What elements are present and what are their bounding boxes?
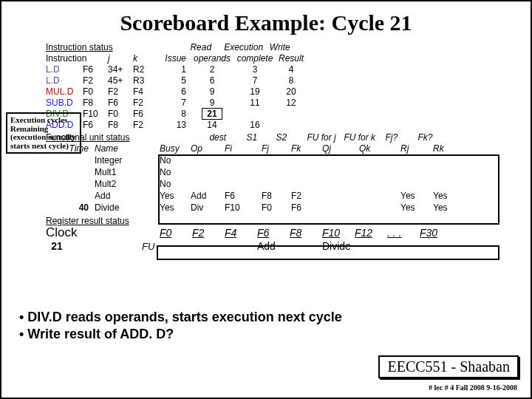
col-rj: Rj	[400, 143, 433, 154]
col-rkh: Fk?	[417, 132, 447, 143]
footer-course: EECC551 - Shaaban	[378, 355, 519, 378]
instr-cols: Instruction j k Issue operands complete …	[46, 52, 531, 64]
col-s1: S1	[246, 132, 276, 143]
col-qk: Qk	[359, 143, 400, 154]
reg-headers: F0F2F4F6F8F10F12. . .F30	[160, 227, 452, 239]
col-op: Op	[191, 143, 225, 154]
col-qj: Qj	[322, 143, 359, 154]
fu-rows: IntegerNoMult1NoMult2NoAddYesAddF6F8F2Ye…	[46, 154, 531, 214]
col-dest: dest	[209, 132, 246, 143]
col-fi: Fi	[225, 143, 262, 154]
col-fuk: FU for k	[344, 132, 385, 143]
reg-value-cell	[160, 240, 192, 252]
col-read-top: Read	[180, 42, 222, 52]
instr-row: L.DF634+R21234	[46, 64, 531, 75]
col-instruction: Instruction	[46, 53, 83, 64]
reg-value-cell: Add	[257, 240, 290, 252]
fu-row: 40DivideYesDivF10F0F6YesYes	[46, 202, 531, 214]
reg-value-cell	[387, 240, 420, 252]
reg-header-cell: F8	[290, 227, 322, 239]
col-j: j	[108, 53, 133, 64]
col-issue: Issue	[160, 53, 191, 64]
bullet-1: • DIV.D reads operands, starts execution…	[19, 309, 342, 326]
fu-row: AddYesAddF6F8F2YesYes	[46, 190, 531, 202]
instr-row: MUL.DF0F2F4691920	[46, 86, 531, 97]
reg-value-cell	[225, 240, 257, 252]
instr-row: ADD.DF6F8F2131416	[46, 119, 531, 130]
fu-row: Mult2No	[46, 178, 531, 190]
reg-value-row: 21 FU AddDivide	[46, 239, 531, 253]
col-rk: Rk	[433, 143, 463, 154]
reg-header-cell: F30	[420, 227, 452, 239]
reg-status-label: Register result status	[46, 216, 129, 226]
reg-header-row: Clock F0F2F4F6F8F10F12. . .F30	[46, 226, 531, 239]
fu-row: IntegerNo	[46, 154, 531, 166]
reg-value-cell	[420, 240, 452, 252]
reg-header-cell: . . .	[387, 227, 420, 239]
bullet-points: • DIV.D reads operands, starts execution…	[19, 309, 342, 342]
footer-lecture-info: # lec # 4 Fall 2008 9-16-2008	[429, 383, 517, 392]
fu-label: FU	[142, 241, 160, 252]
clock-value: 21	[46, 240, 68, 252]
reg-header-cell: F4	[225, 227, 257, 239]
instr-status-label: Instruction status	[46, 42, 113, 52]
instr-status-heading: Instruction status Read Execution Write	[46, 41, 531, 52]
reg-header-cell: F0	[160, 227, 192, 239]
instr-rows: L.DF634+R21234L.DF245+R35678MUL.DF0F2F46…	[46, 64, 531, 130]
reg-value-cell	[290, 240, 322, 252]
col-rjh: Fj?	[385, 132, 417, 143]
execution-note: Execution cycles Remaining (execution ac…	[6, 112, 81, 154]
col-fj: Fj	[262, 143, 291, 154]
col-s2: S2	[276, 132, 307, 143]
reg-header-cell: F12	[355, 227, 387, 239]
bullet-2: • Write result of ADD. D?	[19, 326, 342, 343]
reg-value-cell	[192, 240, 225, 252]
reg-value-cell: Divide	[322, 240, 355, 252]
reg-header-cell: F10	[322, 227, 355, 239]
clock-label: Clock	[46, 225, 112, 240]
reg-heading: Register result status	[46, 215, 531, 226]
reg-header-cell: F6	[257, 227, 290, 239]
col-fuj: FU for j	[307, 132, 344, 143]
fu-heading-row: Functional unit status dest S1 S2 FU for…	[46, 132, 531, 143]
col-fk: Fk	[291, 143, 322, 154]
col-name: Name	[95, 143, 160, 154]
slide-title: Scoreboard Example: Cycle 21	[1, 10, 531, 35]
instr-row: L.DF245+R35678	[46, 75, 531, 86]
col-busy: Busy	[160, 143, 191, 154]
reg-value-cell	[355, 240, 387, 252]
fu-cols: Time Name Busy Op Fi Fj Fk Qj Qk Rj Rk	[46, 143, 531, 154]
col-k: k	[133, 53, 160, 64]
reg-header-cell: F2	[192, 227, 225, 239]
reg-vals: AddDivide	[160, 240, 452, 252]
fu-row: Mult1No	[46, 166, 531, 178]
instr-row: DIV.DF10F0F6821	[46, 108, 531, 119]
instr-row: SUB.DF8F6F2791112	[46, 97, 531, 108]
